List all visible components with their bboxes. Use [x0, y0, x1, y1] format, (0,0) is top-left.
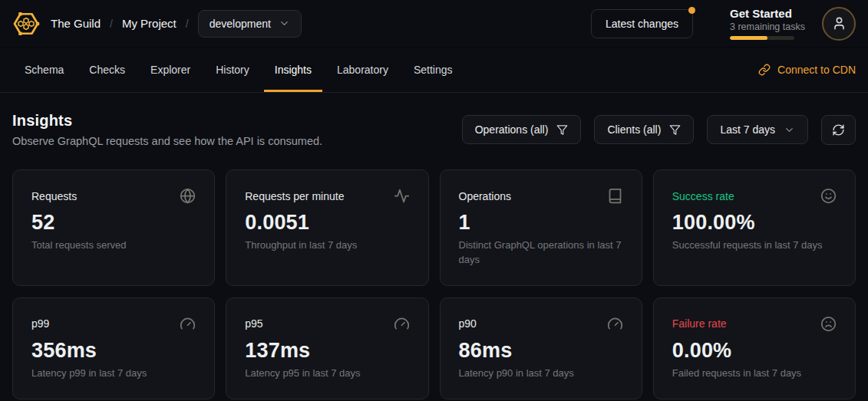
user-avatar[interactable]: [822, 7, 856, 41]
period-dropdown[interactable]: Last 7 days: [707, 115, 808, 144]
gauge-icon: [607, 316, 623, 332]
filters-toolbar: Operations (all) Clients (all) Last 7 da…: [462, 115, 856, 145]
chevron-down-icon: [279, 18, 290, 29]
filter-icon: [556, 124, 568, 136]
card-description: Distinct GraphQL operations in last 7 da…: [459, 238, 623, 268]
get-started-progress-fill: [730, 36, 767, 40]
requests-per-minute-card: Requests per minute 0.0051 Throughput in…: [226, 169, 428, 286]
tab-insights[interactable]: Insights: [264, 48, 322, 92]
clients-filter-label: Clients (all): [607, 123, 661, 136]
breadcrumb-project[interactable]: My Project: [122, 17, 177, 30]
breadcrumb-separator: /: [186, 18, 189, 30]
tab-checks[interactable]: Checks: [78, 48, 136, 92]
failure-rate-card: Failure rate 0.00% Failed requests in la…: [653, 297, 856, 399]
cdn-link-label: Connect to CDN: [777, 64, 856, 76]
card-description: Latency p99 in last 7 days: [31, 366, 196, 381]
chevron-down-icon: [784, 124, 795, 136]
card-value: 1: [459, 211, 623, 235]
card-value: 0.00%: [672, 339, 837, 363]
page-heading-block: Insights Observe GraphQL requests and se…: [12, 112, 322, 147]
card-title: Failure rate: [672, 317, 727, 330]
clients-filter-button[interactable]: Clients (all): [594, 115, 694, 144]
book-icon: [607, 188, 623, 204]
card-title: p95: [245, 317, 262, 330]
card-title: Success rate: [672, 190, 734, 202]
card-value: 52: [31, 211, 196, 235]
tab-settings[interactable]: Settings: [403, 48, 464, 92]
page-title: Insights: [12, 112, 322, 130]
card-title: p90: [459, 317, 477, 330]
gauge-icon: [180, 316, 196, 332]
get-started-widget[interactable]: Get Started 3 remaining tasks: [730, 7, 800, 40]
card-description: Failed requests in last 7 days: [672, 366, 837, 381]
tab-explorer[interactable]: Explorer: [140, 48, 201, 92]
tab-laboratory[interactable]: Laboratory: [326, 48, 399, 92]
get-started-title: Get Started: [730, 7, 800, 20]
card-title: p99: [31, 317, 49, 330]
card-description: Total requests served: [31, 238, 196, 253]
target-selector-value: development: [210, 18, 271, 30]
get-started-progress-bar: [730, 36, 794, 40]
card-description: Latency p90 in last 7 days: [459, 366, 623, 381]
top-header: The Guild / My Project / development Lat…: [0, 0, 868, 48]
smile-icon: [820, 188, 837, 204]
breadcrumb-org[interactable]: The Guild: [51, 17, 101, 30]
tab-history[interactable]: History: [205, 48, 260, 92]
filter-icon: [669, 124, 681, 136]
tab-schema[interactable]: Schema: [14, 48, 74, 92]
operations-card: Operations 1 Distinct GraphQL operations…: [440, 169, 642, 286]
operations-filter-button[interactable]: Operations (all): [462, 115, 582, 144]
p95-card: p95 137ms Latency p95 in last 7 days: [226, 297, 428, 399]
gauge-icon: [394, 316, 410, 332]
page-subtitle: Observe GraphQL requests and see how the…: [12, 135, 322, 147]
latest-changes-label: Latest changes: [606, 18, 678, 30]
insights-page: Insights Observe GraphQL requests and se…: [0, 93, 868, 401]
connect-to-cdn-link[interactable]: Connect to CDN: [758, 64, 856, 76]
hive-logo-icon[interactable]: [12, 10, 40, 38]
notification-dot: [688, 7, 695, 14]
stats-grid: Requests 52 Total requests served Reques…: [12, 169, 856, 399]
card-title: Requests: [31, 190, 77, 202]
nav-spacer: [467, 48, 759, 92]
period-dropdown-value: Last 7 days: [720, 123, 775, 136]
get-started-subtitle: 3 remaining tasks: [730, 21, 800, 32]
card-value: 100.00%: [672, 211, 837, 235]
card-value: 86ms: [459, 339, 623, 363]
requests-card: Requests 52 Total requests served: [12, 169, 215, 286]
card-description: Throughput in last 7 days: [245, 238, 409, 253]
refresh-icon: [832, 123, 845, 136]
card-title: Operations: [459, 190, 511, 202]
main-nav: Schema Checks Explorer History Insights …: [0, 48, 868, 93]
link-icon: [758, 64, 771, 76]
globe-icon: [180, 188, 196, 204]
p99-card: p99 356ms Latency p99 in last 7 days: [12, 297, 215, 399]
success-rate-card: Success rate 100.00% Successful requests…: [653, 169, 856, 286]
user-icon: [832, 16, 847, 31]
card-title: Requests per minute: [245, 190, 344, 202]
card-value: 0.0051: [245, 211, 409, 235]
card-description: Successful requests in last 7 days: [672, 238, 837, 253]
breadcrumb-separator: /: [110, 18, 113, 30]
target-selector-dropdown[interactable]: development: [198, 10, 302, 38]
card-value: 137ms: [245, 339, 409, 363]
card-description: Latency p95 in last 7 days: [245, 366, 409, 381]
activity-icon: [394, 188, 410, 204]
p90-card: p90 86ms Latency p90 in last 7 days: [440, 297, 642, 399]
latest-changes-button[interactable]: Latest changes: [591, 9, 693, 38]
card-value: 356ms: [31, 339, 196, 363]
refresh-button[interactable]: [821, 115, 856, 145]
frown-icon: [820, 316, 837, 332]
operations-filter-label: Operations (all): [475, 123, 549, 136]
